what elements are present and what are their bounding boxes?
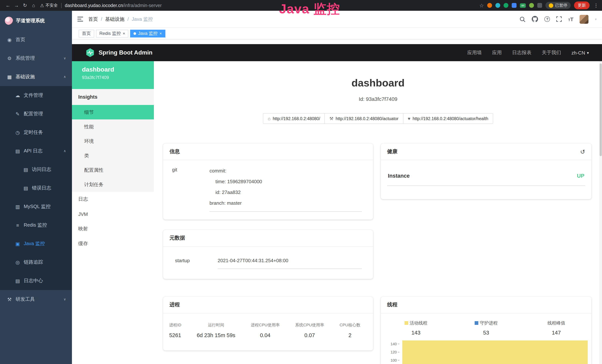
font-size-icon[interactable]: TT bbox=[568, 16, 573, 22]
kebab-menu-icon[interactable]: ⋮ bbox=[594, 3, 599, 8]
info-line: time: 1596289704000 bbox=[210, 176, 362, 187]
sba-menu-caches[interactable]: 缓存 bbox=[72, 236, 154, 251]
sba-menu-mappings[interactable]: 映射 bbox=[72, 221, 154, 236]
breadcrumb-home[interactable]: 首页 bbox=[88, 16, 98, 22]
scrollbar[interactable] bbox=[599, 61, 602, 364]
infrastructure-icon: ▦ bbox=[7, 74, 12, 80]
sidebar-item-log-center[interactable]: ▤ 日志中心 bbox=[0, 271, 72, 290]
github-icon[interactable] bbox=[532, 16, 538, 22]
process-col-value: 2 bbox=[339, 332, 360, 338]
extension-drop-icon[interactable] bbox=[495, 3, 500, 8]
history-icon[interactable]: ↺ bbox=[580, 148, 585, 155]
legend-label: 守护进程 bbox=[480, 321, 498, 326]
extension-puzzle-icon[interactable] bbox=[537, 3, 542, 8]
sidebar-item-jobs[interactable]: ◷ 定时任务 bbox=[0, 123, 72, 142]
user-avatar[interactable] bbox=[580, 15, 589, 23]
home-icon[interactable]: ⌂ bbox=[29, 3, 38, 8]
tab-home[interactable]: 首页 bbox=[79, 30, 94, 37]
tab-close-icon[interactable]: × bbox=[160, 31, 162, 35]
sidebar-item-access-log[interactable]: ▤ 访问日志 bbox=[0, 160, 72, 179]
locale-select[interactable]: zh-CN ▾ bbox=[571, 50, 589, 55]
y-axis-tick: 120 bbox=[387, 350, 399, 354]
sba-nav-about[interactable]: 关于我们 bbox=[542, 49, 561, 56]
insights-section: Insights 细节 性能 环境 类 配置属性 计划任务 bbox=[72, 89, 154, 192]
locale-value: zh-CN bbox=[571, 50, 585, 55]
sidebar-item-tracing[interactable]: ◎ 链路追踪 bbox=[0, 253, 72, 271]
bookmark-star-icon[interactable]: ☆ bbox=[479, 2, 484, 8]
search-icon[interactable] bbox=[520, 16, 526, 22]
sidebar-item-label: 配置管理 bbox=[24, 110, 43, 117]
site-security[interactable]: ⚠ 不安全 bbox=[40, 3, 58, 8]
instance-url: http://192.168.0.2:48080/ bbox=[273, 116, 320, 121]
app-logo[interactable]: 芋道管理系统 bbox=[0, 11, 72, 30]
extension-on-badge[interactable]: on bbox=[520, 3, 526, 8]
scrollbar-thumb[interactable] bbox=[600, 64, 602, 156]
instance-name: dashboard bbox=[82, 66, 154, 74]
sidebar-item-label: Redis 监控 bbox=[24, 222, 47, 228]
extension-grid-icon[interactable] bbox=[512, 3, 516, 8]
extension-fox-icon[interactable] bbox=[487, 3, 492, 8]
health-url-button[interactable]: ♥ http://192.168.0.2:48080/actuator/heal… bbox=[403, 113, 493, 124]
back-icon[interactable]: ← bbox=[4, 3, 12, 8]
app-header: 首页 / 基础设施 / Java 监控 ? TT ▾ bbox=[72, 11, 602, 28]
instance-id: 93a3fc7f7409 bbox=[82, 75, 154, 80]
extension-leaf-icon[interactable] bbox=[529, 3, 534, 8]
sba-menu-details[interactable]: 细节 bbox=[72, 105, 154, 119]
sba-nav-wall[interactable]: 应用墙 bbox=[467, 49, 482, 56]
sba-menu-performance[interactable]: 性能 bbox=[72, 119, 154, 134]
sba-menu-config-props[interactable]: 配置属性 bbox=[72, 163, 154, 177]
sidebar-item-api-log[interactable]: ▤ API 日志 ∧ bbox=[0, 142, 72, 160]
address-bar[interactable]: dashboard.yudao.iocoder.cn/infra/admin-s… bbox=[65, 3, 475, 8]
tab-label: Redis 监控 bbox=[99, 30, 121, 37]
tab-java-monitor[interactable]: Java 监控 × bbox=[130, 30, 165, 37]
sidebar-item-label: 文件管理 bbox=[24, 92, 43, 99]
actuator-url-button[interactable]: ⚒ http://192.168.0.2:48080/actuator bbox=[325, 113, 403, 124]
breadcrumb-infrastructure[interactable]: 基础设施 bbox=[105, 16, 124, 22]
sba-menu-logs[interactable]: 日志 bbox=[72, 192, 154, 207]
metadata-card: 元数据 startup 2021-04-27T00:44:31.254+08:0… bbox=[163, 230, 373, 279]
app-sidebar: 芋道管理系统 ◉ 首页 ⚙ 系统管理 ∨ ▦ 基础设施 ∧ ☁ 文件管理 ✎ 配… bbox=[0, 11, 72, 364]
sidebar-item-home[interactable]: ◉ 首页 bbox=[0, 30, 72, 49]
fullscreen-icon[interactable] bbox=[556, 16, 562, 22]
sidebar-item-config[interactable]: ✎ 配置管理 bbox=[0, 105, 72, 123]
sba-nav-journal[interactable]: 日志报表 bbox=[512, 49, 531, 56]
tab-redis-monitor[interactable]: Redis 监控 × bbox=[96, 30, 129, 37]
info-line: id: 27aa832 bbox=[210, 187, 362, 198]
sidebar-item-label: 日志中心 bbox=[24, 278, 43, 284]
caret-down-icon[interactable]: ▾ bbox=[595, 17, 597, 21]
paused-badge[interactable]: 已暂停 bbox=[546, 2, 571, 9]
info-line: branch: master bbox=[210, 198, 362, 208]
tab-close-icon[interactable]: × bbox=[123, 31, 125, 35]
update-button[interactable]: 更新 bbox=[574, 1, 590, 9]
reload-icon[interactable]: ↻ bbox=[21, 3, 29, 8]
extension-check-icon[interactable] bbox=[504, 3, 508, 8]
sba-menu-classes[interactable]: 类 bbox=[72, 148, 154, 163]
sidebar-item-dev-tools[interactable]: ⚒ 研发工具 ∨ bbox=[0, 290, 72, 309]
sidebar-item-infrastructure[interactable]: ▦ 基础设施 ∧ bbox=[0, 67, 72, 86]
app-title: 芋道管理系统 bbox=[16, 17, 45, 24]
sba-menu-environment[interactable]: 环境 bbox=[72, 134, 154, 148]
sidebar-item-label: Java 监控 bbox=[24, 240, 45, 247]
instance-block[interactable]: dashboard 93a3fc7f7409 bbox=[72, 61, 154, 89]
sba-menu-scheduled-tasks[interactable]: 计划任务 bbox=[72, 177, 154, 192]
sidebar-item-label: 错误日志 bbox=[32, 185, 51, 191]
sidebar-item-files[interactable]: ☁ 文件管理 bbox=[0, 86, 72, 105]
legend-item: 线程峰值 147 bbox=[521, 320, 591, 336]
sba-brand[interactable]: Spring Boot Admin bbox=[99, 49, 152, 56]
help-icon[interactable]: ? bbox=[545, 16, 550, 22]
sidebar-item-label: 基础设施 bbox=[16, 74, 35, 80]
sba-menu-jvm[interactable]: JVM bbox=[72, 207, 154, 221]
sidebar-item-java[interactable]: ▣ Java 监控 bbox=[0, 234, 72, 253]
sidebar-item-system[interactable]: ⚙ 系统管理 ∨ bbox=[0, 49, 72, 67]
sba-nav-applications[interactable]: 应用 bbox=[492, 49, 502, 56]
forward-icon[interactable]: → bbox=[12, 3, 21, 8]
sba-sidebar: dashboard 93a3fc7f7409 Insights 细节 性能 环境… bbox=[72, 61, 154, 364]
instance-url-button[interactable]: ⌂ http://192.168.0.2:48080/ bbox=[263, 113, 325, 124]
sidebar-item-mysql[interactable]: ▥ MySQL 监控 bbox=[0, 197, 72, 216]
sidebar-item-error-log[interactable]: ▤ 错误日志 bbox=[0, 179, 72, 197]
fold-sidebar-icon[interactable] bbox=[77, 17, 83, 21]
sidebar-item-label: 访问日志 bbox=[32, 166, 51, 173]
sidebar-item-redis[interactable]: ≡ Redis 监控 bbox=[0, 216, 72, 234]
daemon-threads-swatch bbox=[475, 321, 478, 325]
process-col-label: CPU核心数 bbox=[339, 322, 360, 328]
